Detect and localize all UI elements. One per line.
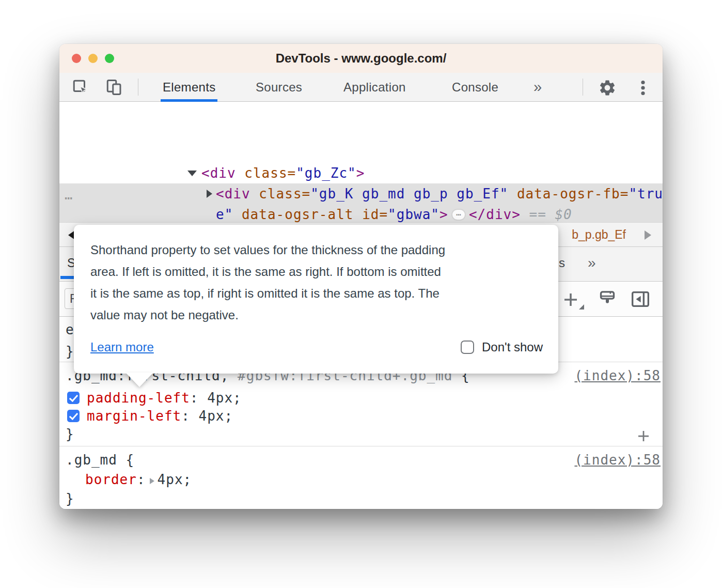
rule-close-brace: }: [66, 424, 74, 444]
devtools-window: DevTools - www.google.com/ Elements Sour…: [59, 44, 663, 509]
property-name[interactable]: padding-left: [87, 390, 190, 406]
tooltip-footer: Learn more Don't show: [90, 340, 543, 354]
css-declaration[interactable]: border:4px;: [85, 469, 192, 490]
property-name[interactable]: border: [85, 472, 137, 487]
tooltip-text-line: Shorthand property to set values for the…: [90, 239, 543, 261]
main-toolbar: Elements Sources Application Console »: [59, 73, 663, 102]
dom-row-overflow-menu-icon[interactable]: ⋯: [65, 188, 72, 208]
rule-divider: [59, 446, 663, 446]
stylesheet-source-link[interactable]: (index):58: [574, 365, 661, 386]
insert-declaration-plus-icon[interactable]: [636, 428, 651, 444]
tab-elements-label: Elements: [163, 80, 215, 94]
sidebar-more-tabs-icon[interactable]: »: [588, 247, 596, 279]
collapse-arrow-icon[interactable]: [187, 171, 197, 176]
device-toolbar-icon[interactable]: [105, 78, 123, 97]
property-value[interactable]: : 4px;: [190, 390, 242, 406]
tab-console[interactable]: Console: [452, 73, 498, 102]
more-tabs-icon[interactable]: »: [533, 73, 542, 101]
tooltip-tail: [125, 373, 153, 387]
tab-application[interactable]: Application: [343, 73, 406, 102]
property-name[interactable]: margin-left: [87, 408, 181, 424]
learn-more-link[interactable]: Learn more: [90, 340, 154, 354]
stylesheet-source-link[interactable]: (index):58: [574, 450, 661, 470]
rendering-brush-icon[interactable]: [597, 289, 618, 310]
inspect-element-icon[interactable]: [71, 78, 90, 97]
tooltip-text-line: area. If left is omitted, it is the same…: [90, 261, 543, 283]
breadcrumb-scroll-right-icon[interactable]: [645, 230, 651, 240]
tab-sources[interactable]: Sources: [256, 73, 302, 102]
dom-node-line[interactable]: <div class="gb_Zc">: [201, 163, 365, 183]
tab-application-label: Application: [343, 80, 406, 94]
rule-close-brace: }: [66, 488, 74, 509]
window-title: DevTools - www.google.com/: [59, 44, 663, 73]
tab-elements[interactable]: Elements: [163, 73, 215, 102]
shorthand-expand-arrow-icon[interactable]: [150, 478, 154, 484]
css-rule-selector[interactable]: .gb_md {: [66, 450, 134, 470]
dom-node-selected-line-2[interactable]: e" data-ogsr-alt id="gbwa">⋯</div> == $0: [216, 204, 572, 222]
traffic-lights: [72, 54, 114, 63]
toolbar-divider: [138, 79, 138, 96]
zoom-window-button[interactable]: [105, 54, 114, 63]
property-value[interactable]: 4px;: [158, 472, 192, 487]
toggle-sidebar-panel-icon[interactable]: [630, 289, 651, 310]
close-window-button[interactable]: [72, 54, 81, 63]
expand-arrow-icon[interactable]: [207, 190, 212, 198]
element-style-close-brace: }: [66, 341, 74, 362]
property-checkbox-margin-left[interactable]: [67, 410, 80, 422]
titlebar: DevTools - www.google.com/: [59, 44, 663, 73]
dont-show-label: Don't show: [482, 340, 543, 354]
property-value[interactable]: : 4px;: [181, 408, 233, 424]
property-checkbox-padding-left[interactable]: [67, 392, 80, 404]
new-style-rule-dropdown-icon[interactable]: [579, 304, 584, 310]
colon: :: [137, 472, 146, 487]
new-style-rule-icon[interactable]: [561, 290, 580, 309]
kebab-menu-icon[interactable]: [634, 79, 652, 97]
tab-console-label: Console: [452, 80, 498, 94]
property-doc-tooltip: Shorthand property to set values for the…: [74, 225, 558, 374]
css-declaration[interactable]: margin-left: 4px;: [87, 406, 233, 426]
tooltip-text-line: value may not be negative.: [90, 304, 543, 326]
css-declaration[interactable]: padding-left: 4px;: [87, 388, 242, 408]
dom-node-selected-line-1[interactable]: <div class="gb_K gb_md gb_p gb_Ef" data-…: [216, 183, 663, 204]
tooltip-text-line: it is the same as top, if right is omitt…: [90, 283, 543, 304]
breadcrumb-crumb[interactable]: b_p.gb_Ef: [572, 223, 626, 246]
dont-show-checkbox[interactable]: [461, 341, 474, 354]
tab-sources-label: Sources: [256, 80, 302, 94]
toolbar-divider: [583, 79, 583, 96]
minimize-window-button[interactable]: [88, 54, 98, 63]
sidebar-tab-fragment[interactable]: s: [559, 247, 565, 279]
settings-gear-icon[interactable]: [598, 79, 617, 97]
elements-tree-panel: ⋯ <div class="gb_Zc"> <div class="gb_K g…: [59, 102, 663, 222]
dont-show-control: Don't show: [461, 340, 543, 354]
